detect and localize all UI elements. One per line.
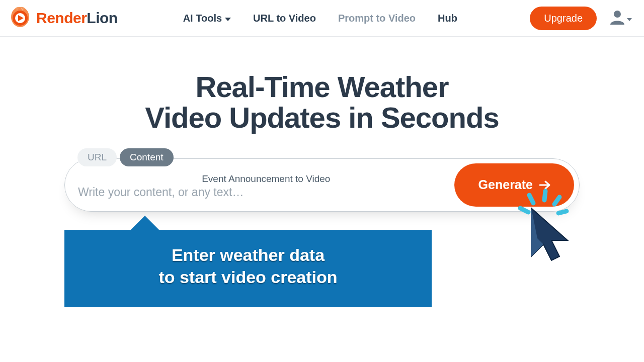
- user-menu[interactable]: [609, 10, 632, 27]
- generate-button[interactable]: Generate: [454, 163, 574, 207]
- tutorial-callout: Enter weather data to start video creati…: [64, 230, 432, 307]
- hero: Real-Time Weather Video Updates in Secon…: [0, 37, 644, 307]
- upgrade-button[interactable]: Upgrade: [530, 7, 597, 30]
- input-mode-tabs: URL Content: [77, 148, 174, 166]
- user-icon: [609, 10, 626, 27]
- prompt-input[interactable]: [78, 186, 454, 199]
- nav-prompt-to-video[interactable]: Prompt to Video: [338, 13, 416, 24]
- nav-url-to-video[interactable]: URL to Video: [253, 13, 316, 24]
- svg-line-8: [558, 211, 567, 213]
- tab-content[interactable]: Content: [120, 148, 174, 166]
- logo-text: RenderLion: [36, 10, 118, 27]
- main-nav: AI Tools URL to Video Prompt to Video Hu…: [183, 13, 457, 24]
- nav-ai-tools[interactable]: AI Tools: [183, 13, 231, 24]
- tutorial-callout-text: Enter weather data to start video creati…: [74, 244, 422, 288]
- logo[interactable]: RenderLion: [8, 5, 118, 31]
- page-title: Real-Time Weather Video Updates in Secon…: [0, 72, 644, 133]
- arrow-right-icon: [538, 178, 552, 192]
- nav-hub[interactable]: Hub: [438, 13, 457, 24]
- tab-url[interactable]: URL: [77, 148, 117, 166]
- chevron-down-icon: [225, 18, 231, 21]
- prompt-left: Event Announcement to Video: [78, 170, 454, 199]
- header-right: Upgrade: [530, 7, 632, 30]
- chevron-down-icon: [627, 18, 632, 21]
- nav-ai-tools-label: AI Tools: [183, 13, 222, 24]
- app-header: RenderLion AI Tools URL to Video Prompt …: [0, 0, 644, 37]
- svg-point-2: [614, 11, 621, 18]
- logo-icon: [8, 5, 32, 31]
- prompt-area: URL Content Event Announcement to Video …: [64, 158, 580, 307]
- prompt-category-label: Event Announcement to Video: [78, 173, 454, 185]
